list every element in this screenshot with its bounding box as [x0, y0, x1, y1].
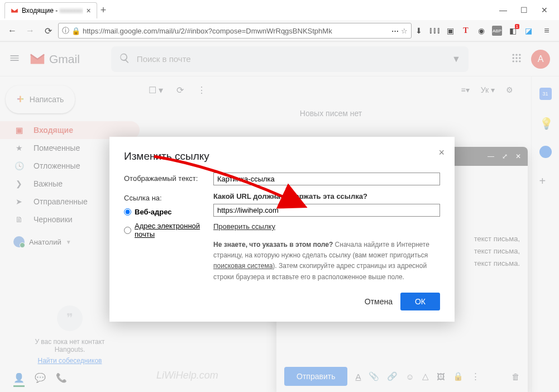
tab-bar: Входящие - xxxxxxx × + — ☐ ✕: [0, 0, 559, 20]
dialog-actions: Отмена ОК: [124, 293, 440, 310]
menu-icon[interactable]: ≡: [539, 23, 555, 39]
minimize-icon[interactable]: —: [499, 6, 507, 15]
radio-email-address[interactable]: Адрес электронной почты: [124, 222, 208, 238]
star-icon[interactable]: ☆: [401, 27, 408, 35]
link-to-label: Ссылка на:: [124, 192, 208, 202]
url-dots-icon[interactable]: ⋯: [391, 27, 399, 35]
gmail-favicon-icon: [11, 7, 18, 15]
window-controls: — ☐ ✕: [499, 6, 555, 15]
cancel-button[interactable]: Отмена: [365, 297, 393, 306]
ext-badge-icon[interactable]: ◧1: [508, 26, 518, 36]
browser-tab[interactable]: Входящие - xxxxxxx ×: [4, 2, 97, 18]
url-text: https://mail.google.com/mail/u/2/#inbox?…: [83, 27, 389, 35]
tab-close-icon[interactable]: ×: [87, 6, 91, 15]
info-icon: ⓘ: [62, 26, 69, 36]
download-icon[interactable]: ⬇: [414, 26, 424, 36]
ext-blue-icon[interactable]: ◪: [523, 26, 533, 36]
maximize-icon[interactable]: ☐: [520, 6, 528, 15]
link-type-radio-group: Веб-адрес Адрес электронной почты: [124, 208, 208, 238]
dialog-title: Изменить ссылку: [124, 150, 440, 162]
display-text-input[interactable]: [213, 173, 440, 185]
hint-text: Не знаете, что указать в этом поле? Снач…: [213, 240, 440, 283]
forward-button[interactable]: →: [22, 23, 38, 39]
dialog-close-icon[interactable]: ×: [438, 147, 445, 159]
ext-box-icon[interactable]: ▣: [445, 26, 455, 36]
url-prompt: Какой URL должна содержать эта ссылка?: [213, 192, 440, 200]
search-engine-link[interactable]: поисковая система: [213, 262, 273, 270]
close-icon[interactable]: ✕: [541, 6, 548, 15]
lock-icon: 🔒: [71, 27, 80, 35]
ext-t-icon[interactable]: T: [461, 26, 471, 36]
ok-button[interactable]: ОК: [400, 293, 440, 310]
reload-button[interactable]: ⟳: [40, 23, 56, 39]
radio-web-address[interactable]: Веб-адрес: [124, 208, 208, 216]
library-icon[interactable]: ⫿⫿⫿: [429, 26, 439, 36]
url-input[interactable]: [213, 204, 440, 217]
address-bar: ← → ⟳ ⓘ 🔒 https://mail.google.com/mail/u…: [0, 20, 559, 41]
display-text-label: Отображаемый текст:: [124, 173, 208, 185]
edit-link-dialog: Изменить ссылку × Отображаемый текст: Сс…: [109, 137, 455, 322]
test-link[interactable]: Проверить ссылку: [213, 222, 275, 231]
ext-eye-icon[interactable]: ◉: [476, 26, 486, 36]
url-box[interactable]: ⓘ 🔒 https://mail.google.com/mail/u/2/#in…: [58, 23, 412, 39]
browser-chrome: Входящие - xxxxxxx × + — ☐ ✕ ← → ⟳ ⓘ 🔒 h…: [0, 0, 559, 42]
ext-abp-icon[interactable]: ABP: [492, 26, 502, 36]
tab-title: Входящие -: [22, 7, 58, 15]
back-button[interactable]: ←: [4, 23, 20, 39]
new-tab-button[interactable]: +: [101, 4, 107, 16]
